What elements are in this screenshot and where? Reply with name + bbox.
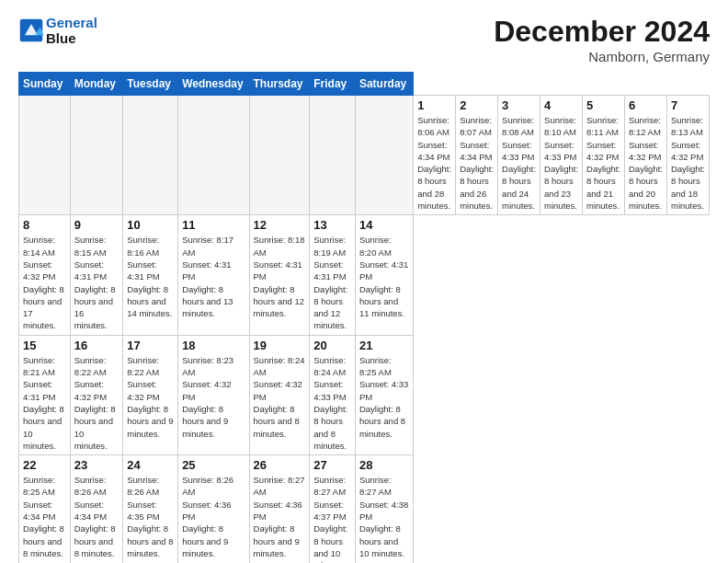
day-info: Sunrise: 8:26 AMSunset: 4:34 PMDaylight:… xyxy=(74,474,119,559)
day-info: Sunrise: 8:24 AMSunset: 4:33 PMDaylight:… xyxy=(313,354,351,452)
day-info: Sunrise: 8:27 AMSunset: 4:38 PMDaylight:… xyxy=(359,474,409,559)
day-info: Sunrise: 8:21 AMSunset: 4:31 PMDaylight:… xyxy=(23,354,66,452)
page: General Blue December 2024 Namborn, Germ… xyxy=(0,0,728,563)
title-block: December 2024 Namborn, Germany xyxy=(494,15,710,64)
table-row: 7Sunrise: 8:13 AMSunset: 4:32 PMDaylight… xyxy=(666,96,709,215)
table-row xyxy=(70,96,123,215)
day-info: Sunrise: 8:26 AMSunset: 4:35 PMDaylight:… xyxy=(127,474,174,559)
table-row xyxy=(355,96,413,215)
day-number: 27 xyxy=(313,458,351,472)
day-number: 24 xyxy=(127,458,174,472)
day-number: 21 xyxy=(359,339,409,352)
day-number: 28 xyxy=(359,458,409,472)
day-number: 16 xyxy=(74,339,119,352)
table-row xyxy=(249,96,310,215)
day-info: Sunrise: 8:06 AMSunset: 4:34 PMDaylight:… xyxy=(417,114,451,212)
table-row: 26Sunrise: 8:27 AMSunset: 4:36 PMDayligh… xyxy=(249,455,310,563)
table-row: 15Sunrise: 8:21 AMSunset: 4:31 PMDayligh… xyxy=(19,335,71,454)
calendar-header-row: Sunday Monday Tuesday Wednesday Thursday… xyxy=(19,73,710,96)
table-row: 1Sunrise: 8:06 AMSunset: 4:34 PMDaylight… xyxy=(414,96,456,215)
table-row: 6Sunrise: 8:12 AMSunset: 4:32 PMDaylight… xyxy=(625,96,667,215)
day-info: Sunrise: 8:07 AMSunset: 4:34 PMDaylight:… xyxy=(460,114,494,212)
day-info: Sunrise: 8:15 AMSunset: 4:31 PMDaylight:… xyxy=(74,234,119,331)
table-row xyxy=(19,96,71,215)
table-row: 17Sunrise: 8:22 AMSunset: 4:32 PMDayligh… xyxy=(123,335,178,454)
day-number: 9 xyxy=(74,218,119,232)
header: General Blue December 2024 Namborn, Germ… xyxy=(18,15,710,64)
day-info: Sunrise: 8:19 AMSunset: 4:31 PMDaylight:… xyxy=(313,234,351,331)
col-friday: Friday xyxy=(310,73,356,96)
day-number: 15 xyxy=(23,339,66,352)
day-info: Sunrise: 8:22 AMSunset: 4:32 PMDaylight:… xyxy=(74,354,119,452)
table-row: 3Sunrise: 8:08 AMSunset: 4:33 PMDaylight… xyxy=(498,96,540,215)
col-monday: Monday xyxy=(70,73,123,96)
table-row: 9Sunrise: 8:15 AMSunset: 4:31 PMDaylight… xyxy=(70,215,123,335)
day-info: Sunrise: 8:18 AMSunset: 4:31 PMDaylight:… xyxy=(254,234,306,319)
logo-icon xyxy=(18,17,44,43)
logo-line2: Blue xyxy=(46,30,76,46)
table-row: 2Sunrise: 8:07 AMSunset: 4:34 PMDaylight… xyxy=(456,96,498,215)
col-wednesday: Wednesday xyxy=(178,73,249,96)
location: Namborn, Germany xyxy=(494,49,710,64)
day-number: 13 xyxy=(313,218,351,232)
day-number: 23 xyxy=(74,458,119,472)
logo: General Blue xyxy=(18,15,97,46)
table-row: 25Sunrise: 8:26 AMSunset: 4:36 PMDayligh… xyxy=(178,455,249,563)
table-row: 21Sunrise: 8:25 AMSunset: 4:33 PMDayligh… xyxy=(355,335,413,454)
table-row: 16Sunrise: 8:22 AMSunset: 4:32 PMDayligh… xyxy=(70,335,123,454)
day-info: Sunrise: 8:08 AMSunset: 4:33 PMDaylight:… xyxy=(502,114,536,212)
day-number: 5 xyxy=(586,98,620,112)
calendar-week-row: 1Sunrise: 8:06 AMSunset: 4:34 PMDaylight… xyxy=(19,96,710,215)
day-info: Sunrise: 8:27 AMSunset: 4:37 PMDaylight:… xyxy=(313,474,351,563)
day-number: 8 xyxy=(23,218,66,232)
day-number: 4 xyxy=(544,98,578,112)
day-number: 19 xyxy=(254,339,306,352)
day-number: 26 xyxy=(254,458,306,472)
day-number: 1 xyxy=(417,98,451,112)
day-number: 12 xyxy=(254,218,306,232)
day-number: 22 xyxy=(23,458,66,472)
day-info: Sunrise: 8:12 AMSunset: 4:32 PMDaylight:… xyxy=(629,114,663,212)
day-info: Sunrise: 8:22 AMSunset: 4:32 PMDaylight:… xyxy=(127,354,174,440)
table-row: 10Sunrise: 8:16 AMSunset: 4:31 PMDayligh… xyxy=(123,215,178,335)
day-info: Sunrise: 8:20 AMSunset: 4:31 PMDaylight:… xyxy=(359,234,409,319)
day-info: Sunrise: 8:10 AMSunset: 4:33 PMDaylight:… xyxy=(544,114,578,212)
day-number: 3 xyxy=(502,98,536,112)
day-info: Sunrise: 8:25 AMSunset: 4:33 PMDaylight:… xyxy=(359,354,409,440)
day-number: 18 xyxy=(182,339,245,352)
col-sunday: Sunday xyxy=(19,73,71,96)
day-info: Sunrise: 8:24 AMSunset: 4:32 PMDaylight:… xyxy=(254,354,306,440)
table-row: 14Sunrise: 8:20 AMSunset: 4:31 PMDayligh… xyxy=(355,215,413,335)
day-info: Sunrise: 8:26 AMSunset: 4:36 PMDaylight:… xyxy=(182,474,245,559)
table-row: 20Sunrise: 8:24 AMSunset: 4:33 PMDayligh… xyxy=(310,335,356,454)
calendar-week-row: 22Sunrise: 8:25 AMSunset: 4:34 PMDayligh… xyxy=(19,455,710,563)
table-row xyxy=(123,96,178,215)
table-row: 12Sunrise: 8:18 AMSunset: 4:31 PMDayligh… xyxy=(249,215,310,335)
day-info: Sunrise: 8:11 AMSunset: 4:32 PMDaylight:… xyxy=(586,114,620,212)
table-row: 18Sunrise: 8:23 AMSunset: 4:32 PMDayligh… xyxy=(178,335,249,454)
table-row: 22Sunrise: 8:25 AMSunset: 4:34 PMDayligh… xyxy=(19,455,71,563)
day-number: 6 xyxy=(629,98,663,112)
day-info: Sunrise: 8:16 AMSunset: 4:31 PMDaylight:… xyxy=(127,234,174,319)
day-info: Sunrise: 8:23 AMSunset: 4:32 PMDaylight:… xyxy=(182,354,245,440)
table-row: 27Sunrise: 8:27 AMSunset: 4:37 PMDayligh… xyxy=(310,455,356,563)
col-tuesday: Tuesday xyxy=(123,73,178,96)
day-info: Sunrise: 8:17 AMSunset: 4:31 PMDaylight:… xyxy=(182,234,245,319)
day-number: 20 xyxy=(313,339,351,352)
table-row: 19Sunrise: 8:24 AMSunset: 4:32 PMDayligh… xyxy=(249,335,310,454)
table-row xyxy=(310,96,356,215)
table-row: 28Sunrise: 8:27 AMSunset: 4:38 PMDayligh… xyxy=(355,455,413,563)
calendar-week-row: 8Sunrise: 8:14 AMSunset: 4:32 PMDaylight… xyxy=(19,215,710,335)
table-row: 11Sunrise: 8:17 AMSunset: 4:31 PMDayligh… xyxy=(178,215,249,335)
col-saturday: Saturday xyxy=(355,73,413,96)
table-row: 4Sunrise: 8:10 AMSunset: 4:33 PMDaylight… xyxy=(540,96,583,215)
col-thursday: Thursday xyxy=(249,73,310,96)
calendar-table: Sunday Monday Tuesday Wednesday Thursday… xyxy=(18,72,710,563)
table-row: 8Sunrise: 8:14 AMSunset: 4:32 PMDaylight… xyxy=(19,215,71,335)
month-title: December 2024 xyxy=(494,15,710,49)
day-number: 7 xyxy=(671,98,705,112)
table-row: 23Sunrise: 8:26 AMSunset: 4:34 PMDayligh… xyxy=(70,455,123,563)
day-number: 14 xyxy=(359,218,409,232)
table-row: 5Sunrise: 8:11 AMSunset: 4:32 PMDaylight… xyxy=(583,96,625,215)
calendar-week-row: 15Sunrise: 8:21 AMSunset: 4:31 PMDayligh… xyxy=(19,335,710,454)
